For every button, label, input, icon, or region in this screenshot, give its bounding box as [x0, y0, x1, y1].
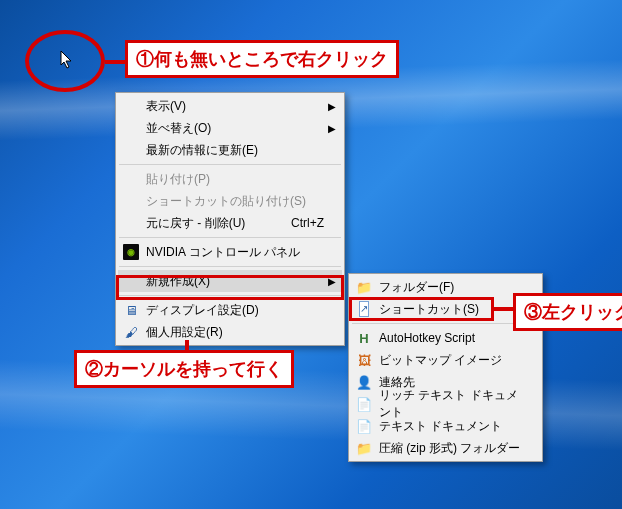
menu-nvidia[interactable]: ◉NVIDIA コントロール パネル [118, 241, 342, 263]
menu-paste-label: 貼り付け(P) [146, 171, 210, 188]
bitmap-icon: 🖼 [355, 351, 373, 369]
shortcut-icon: ↗ [355, 300, 373, 318]
submenu-folder-label: フォルダー(F) [379, 279, 454, 296]
annotation-3-connector [494, 307, 513, 311]
menu-personalize[interactable]: 🖌個人用設定(R) [118, 321, 342, 343]
folder-icon: 📁 [355, 278, 373, 296]
display-icon: 🖥 [122, 301, 140, 319]
menu-refresh[interactable]: 最新の情報に更新(E) [118, 139, 342, 161]
chevron-right-icon: ▶ [328, 101, 336, 112]
personalize-icon: 🖌 [122, 323, 140, 341]
menu-view-label: 表示(V) [146, 98, 186, 115]
chevron-right-icon: ▶ [328, 123, 336, 134]
menu-sort-label: 並べ替え(O) [146, 120, 211, 137]
submenu-ahk[interactable]: HAutoHotkey Script [351, 327, 540, 349]
separator [119, 266, 341, 267]
menu-paste: 貼り付け(P) [118, 168, 342, 190]
submenu-zip-label: 圧縮 (zip 形式) フォルダー [379, 440, 520, 457]
menu-sort[interactable]: 並べ替え(O)▶ [118, 117, 342, 139]
menu-display-label: ディスプレイ設定(D) [146, 302, 259, 319]
submenu-bmp-label: ビットマップ イメージ [379, 352, 502, 369]
submenu-txt-label: テキスト ドキュメント [379, 418, 502, 435]
menu-refresh-label: 最新の情報に更新(E) [146, 142, 258, 159]
rtf-icon: 📄 [355, 395, 373, 413]
menu-personalize-label: 個人用設定(R) [146, 324, 223, 341]
txt-icon: 📄 [355, 417, 373, 435]
desktop-context-menu: 表示(V)▶ 並べ替え(O)▶ 最新の情報に更新(E) 貼り付け(P) ショート… [115, 92, 345, 346]
menu-undo[interactable]: 元に戻す - 削除(U)Ctrl+Z [118, 212, 342, 234]
menu-display[interactable]: 🖥ディスプレイ設定(D) [118, 299, 342, 321]
submenu-zip[interactable]: 📁圧縮 (zip 形式) フォルダー [351, 437, 540, 459]
contact-icon: 👤 [355, 373, 373, 391]
annotation-3: ③左クリック [513, 293, 622, 331]
menu-paste-shortcut: ショートカットの貼り付け(S) [118, 190, 342, 212]
cursor-icon [60, 50, 74, 70]
separator [119, 237, 341, 238]
menu-paste-shortcut-label: ショートカットの貼り付け(S) [146, 193, 306, 210]
menu-view[interactable]: 表示(V)▶ [118, 95, 342, 117]
submenu-bmp[interactable]: 🖼ビットマップ イメージ [351, 349, 540, 371]
submenu-rtf[interactable]: 📄リッチ テキスト ドキュメント [351, 393, 540, 415]
separator [119, 164, 341, 165]
submenu-folder[interactable]: 📁フォルダー(F) [351, 276, 540, 298]
submenu-shortcut-label: ショートカット(S) [379, 301, 479, 318]
menu-undo-label: 元に戻す - 削除(U) [146, 215, 245, 232]
ahk-icon: H [355, 329, 373, 347]
nvidia-icon: ◉ [122, 243, 140, 261]
annotation-2: ②カーソルを持って行く [74, 350, 294, 388]
menu-undo-key: Ctrl+Z [291, 216, 324, 230]
separator [119, 295, 341, 296]
zip-icon: 📁 [355, 439, 373, 457]
menu-nvidia-label: NVIDIA コントロール パネル [146, 244, 300, 261]
submenu-ahk-label: AutoHotkey Script [379, 331, 475, 345]
submenu-txt[interactable]: 📄テキスト ドキュメント [351, 415, 540, 437]
chevron-right-icon: ▶ [328, 276, 336, 287]
menu-new[interactable]: 新規作成(X)▶ [118, 270, 342, 292]
menu-new-label: 新規作成(X) [146, 273, 210, 290]
annotation-1-connector [105, 60, 125, 64]
annotation-1: ①何も無いところで右クリック [125, 40, 399, 78]
separator [352, 323, 539, 324]
